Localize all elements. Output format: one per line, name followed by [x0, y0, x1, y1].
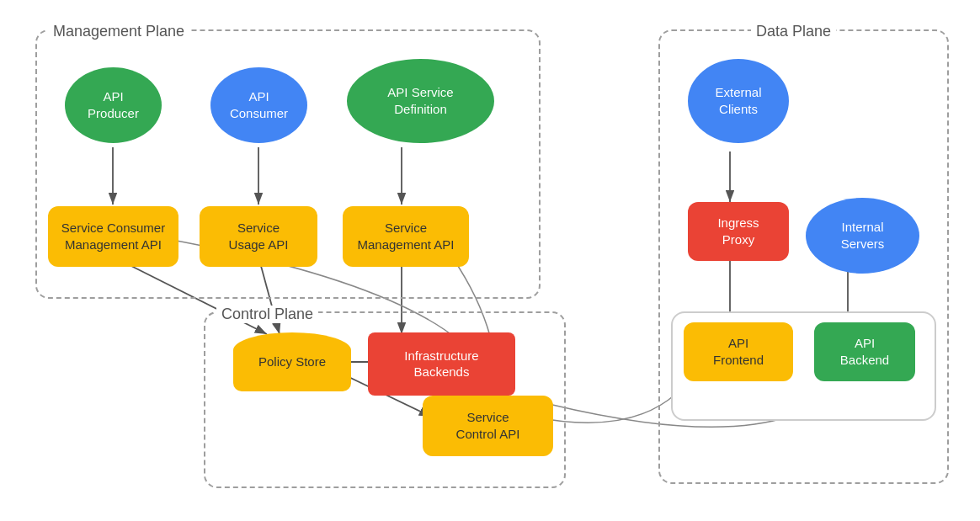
api-backend-label: APIBackend [840, 335, 889, 368]
api-service-def-node: API ServiceDefinition [347, 59, 494, 143]
api-consumer-label: APIConsumer [230, 88, 288, 121]
service-consumer-mgmt-label: Service ConsumerManagement API [61, 220, 165, 253]
api-service-def-label: API ServiceDefinition [387, 84, 453, 117]
api-backend-node: APIBackend [814, 322, 915, 381]
policy-store-node: Policy Store [233, 332, 351, 391]
service-usage-api-label: ServiceUsage API [229, 220, 289, 253]
api-producer-node: APIProducer [65, 67, 162, 143]
service-consumer-mgmt-node: Service ConsumerManagement API [48, 206, 178, 267]
service-control-api-label: ServiceControl API [456, 409, 520, 442]
external-clients-label: ExternalClients [715, 84, 761, 117]
api-consumer-node: APIConsumer [210, 67, 307, 143]
policy-store-label: Policy Store [258, 354, 326, 370]
service-control-api-node: ServiceControl API [423, 396, 553, 456]
internal-servers-label: InternalServers [841, 219, 885, 252]
control-plane-label: Control Plane [216, 306, 318, 323]
infra-backends-label: InfrastructureBackends [404, 348, 478, 380]
external-clients-node: ExternalClients [688, 59, 789, 143]
api-frontend-label: APIFrontend [713, 335, 764, 368]
api-frontend-node: APIFrontend [684, 322, 793, 381]
data-plane-label: Data Plane [751, 23, 836, 40]
ingress-proxy-node: IngressProxy [688, 202, 789, 261]
service-mgmt-api-node: ServiceManagement API [343, 206, 469, 267]
architecture-diagram: Management Plane APIProducer APIConsumer… [19, 13, 961, 509]
management-plane-label: Management Plane [48, 23, 189, 40]
api-producer-label: APIProducer [88, 88, 139, 121]
infra-backends-node: InfrastructureBackends [368, 332, 515, 396]
service-usage-api-node: ServiceUsage API [200, 206, 317, 267]
internal-servers-node: InternalServers [806, 198, 919, 274]
ingress-proxy-label: IngressProxy [717, 215, 759, 247]
service-mgmt-api-label: ServiceManagement API [357, 220, 454, 253]
